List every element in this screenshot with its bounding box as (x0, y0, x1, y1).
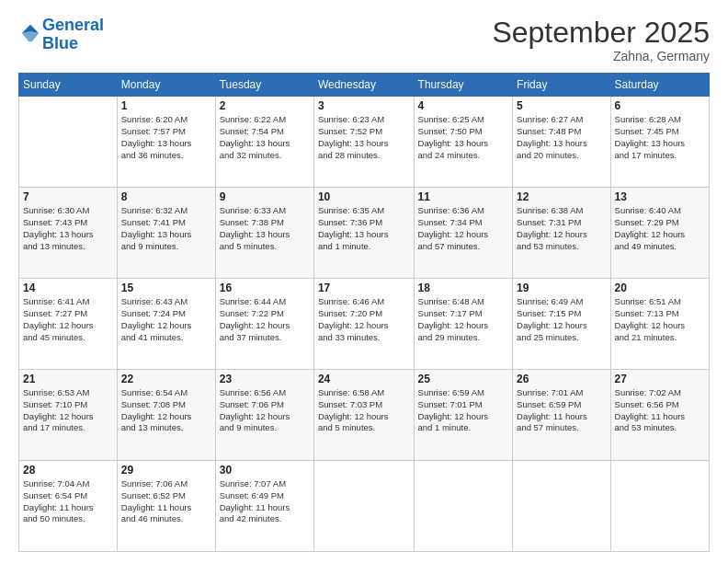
day-info: Sunrise: 6:48 AM Sunset: 7:17 PM Dayligh… (418, 296, 509, 343)
day-info: Sunrise: 7:02 AM Sunset: 6:56 PM Dayligh… (615, 387, 705, 434)
calendar-day-header: Thursday (414, 74, 513, 97)
calendar-day-header: Saturday (610, 74, 709, 97)
calendar-cell: 1Sunrise: 6:20 AM Sunset: 7:57 PM Daylig… (117, 97, 215, 188)
day-info: Sunrise: 6:27 AM Sunset: 7:48 PM Dayligh… (517, 114, 606, 161)
calendar-cell: 7Sunrise: 6:30 AM Sunset: 7:43 PM Daylig… (19, 188, 118, 279)
day-info: Sunrise: 6:53 AM Sunset: 7:10 PM Dayligh… (23, 387, 113, 434)
day-number: 13 (615, 190, 705, 203)
day-info: Sunrise: 6:30 AM Sunset: 7:43 PM Dayligh… (23, 205, 113, 252)
day-number: 11 (418, 190, 509, 203)
calendar-cell: 9Sunrise: 6:33 AM Sunset: 7:38 PM Daylig… (215, 188, 313, 279)
calendar-cell: 2Sunrise: 6:22 AM Sunset: 7:54 PM Daylig… (215, 97, 313, 188)
calendar-day-header: Tuesday (215, 74, 313, 97)
logo-blue: Blue (42, 35, 104, 53)
calendar-cell: 3Sunrise: 6:23 AM Sunset: 7:52 PM Daylig… (313, 97, 414, 188)
day-info: Sunrise: 6:36 AM Sunset: 7:34 PM Dayligh… (418, 205, 509, 252)
calendar-cell: 15Sunrise: 6:43 AM Sunset: 7:24 PM Dayli… (117, 279, 215, 370)
calendar-week-row: 1Sunrise: 6:20 AM Sunset: 7:57 PM Daylig… (19, 97, 710, 188)
day-number: 14 (23, 282, 113, 294)
calendar-cell (513, 461, 610, 552)
day-info: Sunrise: 6:22 AM Sunset: 7:54 PM Dayligh… (220, 114, 310, 161)
day-info: Sunrise: 6:51 AM Sunset: 7:13 PM Dayligh… (615, 296, 705, 343)
day-info: Sunrise: 6:23 AM Sunset: 7:52 PM Dayligh… (318, 114, 410, 161)
calendar-cell: 11Sunrise: 6:36 AM Sunset: 7:34 PM Dayli… (414, 188, 513, 279)
day-number: 15 (121, 282, 211, 294)
logo-general: General (42, 16, 104, 34)
day-info: Sunrise: 7:06 AM Sunset: 6:52 PM Dayligh… (121, 478, 211, 525)
day-number: 24 (318, 373, 410, 385)
day-number: 4 (418, 99, 509, 112)
calendar-week-row: 21Sunrise: 6:53 AM Sunset: 7:10 PM Dayli… (19, 370, 710, 461)
day-number: 29 (121, 464, 211, 477)
calendar-cell: 27Sunrise: 7:02 AM Sunset: 6:56 PM Dayli… (610, 370, 709, 461)
calendar-day-header: Monday (117, 74, 215, 97)
day-number: 28 (23, 464, 113, 477)
calendar-week-row: 28Sunrise: 7:04 AM Sunset: 6:54 PM Dayli… (19, 461, 710, 552)
day-info: Sunrise: 6:44 AM Sunset: 7:22 PM Dayligh… (220, 296, 310, 343)
location: Zahna, Germany (492, 49, 710, 63)
day-info: Sunrise: 7:01 AM Sunset: 6:59 PM Dayligh… (517, 387, 606, 434)
day-number: 9 (220, 190, 310, 203)
header: General Blue September 2025 Zahna, Germa… (18, 17, 710, 63)
calendar-cell (610, 461, 709, 552)
day-info: Sunrise: 6:40 AM Sunset: 7:29 PM Dayligh… (615, 205, 705, 252)
day-number: 3 (318, 99, 410, 112)
calendar-week-row: 7Sunrise: 6:30 AM Sunset: 7:43 PM Daylig… (19, 188, 710, 279)
logo-text: General Blue (42, 17, 104, 53)
day-info: Sunrise: 6:46 AM Sunset: 7:20 PM Dayligh… (318, 296, 410, 343)
day-number: 1 (121, 99, 211, 112)
day-number: 7 (23, 190, 113, 203)
calendar-cell: 14Sunrise: 6:41 AM Sunset: 7:27 PM Dayli… (19, 279, 118, 370)
calendar-cell: 16Sunrise: 6:44 AM Sunset: 7:22 PM Dayli… (215, 279, 313, 370)
calendar-day-header: Friday (513, 74, 610, 97)
calendar-cell: 22Sunrise: 6:54 AM Sunset: 7:08 PM Dayli… (117, 370, 215, 461)
calendar-cell: 21Sunrise: 6:53 AM Sunset: 7:10 PM Dayli… (19, 370, 118, 461)
calendar-day-header: Sunday (19, 74, 118, 97)
month-title: September 2025 (492, 17, 710, 49)
logo: General Blue (18, 17, 104, 53)
day-info: Sunrise: 6:56 AM Sunset: 7:06 PM Dayligh… (220, 387, 310, 434)
calendar-cell: 26Sunrise: 7:01 AM Sunset: 6:59 PM Dayli… (513, 370, 610, 461)
calendar-cell: 18Sunrise: 6:48 AM Sunset: 7:17 PM Dayli… (414, 279, 513, 370)
calendar-cell: 13Sunrise: 6:40 AM Sunset: 7:29 PM Dayli… (610, 188, 709, 279)
day-number: 10 (318, 190, 410, 203)
day-number: 26 (517, 373, 606, 385)
day-number: 30 (220, 464, 310, 477)
calendar-cell: 29Sunrise: 7:06 AM Sunset: 6:52 PM Dayli… (117, 461, 215, 552)
day-info: Sunrise: 6:41 AM Sunset: 7:27 PM Dayligh… (23, 296, 113, 343)
day-number: 17 (318, 282, 410, 294)
day-number: 19 (517, 282, 606, 294)
day-number: 25 (418, 373, 509, 385)
day-info: Sunrise: 6:20 AM Sunset: 7:57 PM Dayligh… (121, 114, 211, 161)
day-info: Sunrise: 6:35 AM Sunset: 7:36 PM Dayligh… (318, 205, 410, 252)
calendar-cell: 6Sunrise: 6:28 AM Sunset: 7:45 PM Daylig… (610, 97, 709, 188)
calendar-cell: 5Sunrise: 6:27 AM Sunset: 7:48 PM Daylig… (513, 97, 610, 188)
day-info: Sunrise: 6:25 AM Sunset: 7:50 PM Dayligh… (418, 114, 509, 161)
calendar-cell: 28Sunrise: 7:04 AM Sunset: 6:54 PM Dayli… (19, 461, 118, 552)
day-number: 21 (23, 373, 113, 385)
day-info: Sunrise: 6:33 AM Sunset: 7:38 PM Dayligh… (220, 205, 310, 252)
day-info: Sunrise: 6:43 AM Sunset: 7:24 PM Dayligh… (121, 296, 211, 343)
day-number: 27 (615, 373, 705, 385)
day-number: 20 (615, 282, 705, 294)
day-info: Sunrise: 6:38 AM Sunset: 7:31 PM Dayligh… (517, 205, 606, 252)
title-block: September 2025 Zahna, Germany (492, 17, 710, 63)
calendar-cell: 4Sunrise: 6:25 AM Sunset: 7:50 PM Daylig… (414, 97, 513, 188)
calendar-day-header: Wednesday (313, 74, 414, 97)
calendar-week-row: 14Sunrise: 6:41 AM Sunset: 7:27 PM Dayli… (19, 279, 710, 370)
calendar: SundayMondayTuesdayWednesdayThursdayFrid… (18, 73, 710, 552)
calendar-cell: 30Sunrise: 7:07 AM Sunset: 6:49 PM Dayli… (215, 461, 313, 552)
calendar-cell (313, 461, 414, 552)
day-info: Sunrise: 6:32 AM Sunset: 7:41 PM Dayligh… (121, 205, 211, 252)
calendar-cell: 25Sunrise: 6:59 AM Sunset: 7:01 PM Dayli… (414, 370, 513, 461)
day-number: 12 (517, 190, 606, 203)
day-info: Sunrise: 6:49 AM Sunset: 7:15 PM Dayligh… (517, 296, 606, 343)
day-number: 2 (220, 99, 310, 112)
calendar-cell (19, 97, 118, 188)
calendar-header-row: SundayMondayTuesdayWednesdayThursdayFrid… (19, 74, 710, 97)
calendar-cell: 24Sunrise: 6:58 AM Sunset: 7:03 PM Dayli… (313, 370, 414, 461)
calendar-cell: 12Sunrise: 6:38 AM Sunset: 7:31 PM Dayli… (513, 188, 610, 279)
day-info: Sunrise: 6:59 AM Sunset: 7:01 PM Dayligh… (418, 387, 509, 434)
svg-marker-1 (22, 31, 39, 41)
day-info: Sunrise: 7:07 AM Sunset: 6:49 PM Dayligh… (220, 478, 310, 525)
